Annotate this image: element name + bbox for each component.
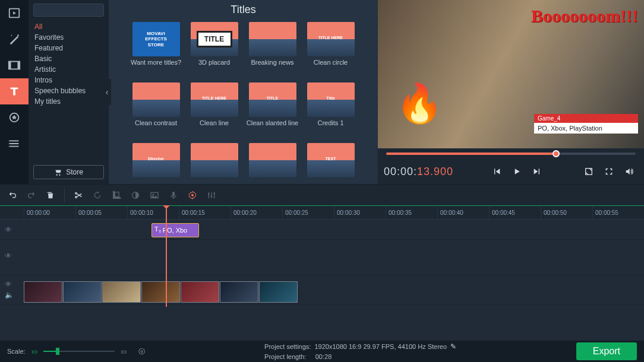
title-preset[interactable]: TITLEClean slanted line	[246, 82, 299, 135]
split-button[interactable]	[70, 187, 87, 204]
title-preset[interactable]: Director	[130, 143, 183, 184]
video-clip[interactable]	[220, 281, 258, 303]
ruler-mark: 00:00:35	[386, 206, 437, 219]
next-frame-button[interactable]	[528, 163, 546, 180]
redo-button[interactable]	[23, 187, 40, 204]
svg-point-18	[191, 194, 194, 196]
tool-stickers[interactable]	[0, 104, 29, 131]
title-preset[interactable]: MOVAVIEFFECTSSTOREWant more titles?	[130, 22, 183, 74]
title-preset[interactable]	[188, 143, 241, 184]
track-visibility-icon[interactable]: 👁	[5, 226, 12, 234]
equalizer-button[interactable]	[203, 187, 220, 204]
title-preset[interactable]: TITLE HEREClean circle	[304, 22, 358, 74]
preset-label: Want more titles?	[131, 59, 181, 74]
scale-zoom-in-icon[interactable]: ▭	[121, 348, 127, 355]
delete-button[interactable]	[42, 187, 59, 204]
ruler-mark: 00:00:45	[489, 206, 541, 219]
title-clip-icon: TT	[154, 226, 162, 234]
scale-zoom-out-icon[interactable]: ▭	[31, 348, 37, 355]
category-speech-bubbles[interactable]: Speech bubbles	[29, 85, 109, 96]
seek-knob[interactable]	[553, 150, 560, 157]
svg-point-8	[9, 143, 10, 144]
category-panel: ✕ All Favorites Featured Basic Artistic …	[29, 0, 109, 184]
color-adjust-button[interactable]	[127, 187, 144, 204]
preview-controls: 00:00:13.900	[378, 159, 644, 184]
category-intros[interactable]: Intros	[29, 75, 109, 85]
category-artistic[interactable]: Artistic	[29, 64, 109, 75]
svg-point-1	[17, 34, 19, 36]
edit-toolbar	[0, 184, 644, 205]
category-featured[interactable]: Featured	[29, 43, 109, 53]
ruler-mark: 00:00:55	[592, 206, 644, 219]
title-clip[interactable]: TT PO, Xbo	[151, 223, 199, 237]
title-preset[interactable]	[246, 143, 299, 184]
playhead[interactable]	[166, 206, 167, 307]
tool-titles[interactable]	[0, 78, 29, 104]
video-clip[interactable]	[102, 281, 141, 303]
svg-rect-17	[172, 192, 175, 196]
ruler-mark: 00:00:25	[282, 206, 334, 219]
preset-label: Clean contrast	[135, 119, 177, 135]
track-visibility-icon[interactable]: 👁	[5, 280, 12, 288]
tool-more[interactable]	[0, 131, 29, 157]
preset-label: Credits 1	[317, 119, 343, 135]
category-all[interactable]: All	[29, 21, 109, 32]
titles-gallery: ‹ Titles MOVAVIEFFECTSSTOREWant more tit…	[109, 0, 378, 184]
svg-rect-4	[9, 62, 11, 69]
search-box[interactable]: ✕	[33, 4, 104, 17]
svg-point-16	[153, 193, 154, 195]
category-my-titles[interactable]: My titles	[29, 96, 109, 107]
prev-frame-button[interactable]	[488, 163, 506, 180]
svg-point-12	[75, 192, 77, 194]
collapse-panel-button[interactable]: ‹	[103, 79, 111, 105]
title-track[interactable]: 👁 TT PO, Xbo	[0, 220, 644, 240]
ruler-mark: 00:00:30	[334, 206, 386, 219]
snapshot-button[interactable]	[580, 163, 598, 180]
svg-rect-19	[208, 193, 210, 195]
scale-slider[interactable]	[43, 349, 115, 354]
photo-button[interactable]	[146, 187, 163, 204]
fit-timeline-icon[interactable]: ⦾	[138, 347, 145, 357]
video-clip[interactable]	[24, 281, 62, 303]
title-preset[interactable]: Breaking news	[246, 22, 299, 74]
video-clip[interactable]	[259, 281, 298, 303]
export-button[interactable]: Export	[576, 342, 637, 360]
time-ruler[interactable]: 00:00:00 00:00:05 00:00:10 00:00:15 00:0…	[0, 205, 644, 220]
rotate-button[interactable]	[89, 187, 106, 204]
preview-canvas[interactable]: Booooooom!!! 🔥 Game_4 PO, Xbox, PlayStat…	[378, 0, 644, 148]
video-clip[interactable]	[141, 281, 180, 303]
category-basic[interactable]: Basic	[29, 53, 109, 64]
play-button[interactable]	[508, 163, 526, 180]
preset-label: Clean circle	[314, 59, 348, 74]
video-clip[interactable]	[63, 281, 102, 303]
fullscreen-button[interactable]	[600, 163, 618, 180]
category-favorites[interactable]: Favorites	[29, 32, 109, 43]
volume-button[interactable]	[620, 163, 638, 180]
store-button[interactable]: Store	[33, 165, 104, 179]
ruler-mark: 00:00:50	[541, 206, 592, 219]
tool-wand[interactable]	[0, 26, 29, 52]
tracks-area[interactable]: 👁 TT PO, Xbo 👁 👁 🔈	[0, 220, 644, 341]
clip-properties-button[interactable]	[184, 187, 201, 204]
mic-button[interactable]	[165, 187, 182, 204]
track-visibility-icon[interactable]: 👁	[5, 252, 12, 260]
title-preset[interactable]: TITLE3D placard	[188, 22, 241, 74]
video-track[interactable]: 👁 🔈	[0, 275, 644, 305]
undo-button[interactable]	[4, 187, 21, 204]
title-preset[interactable]: TITLE HEREClean line	[188, 82, 241, 135]
video-clip[interactable]	[181, 281, 219, 303]
preview-seek-slider[interactable]	[378, 148, 644, 159]
ruler-mark: 00:00:05	[75, 206, 127, 219]
track-mute-icon[interactable]: 🔈	[5, 291, 14, 299]
title-preset[interactable]: TEXT	[304, 143, 358, 184]
title-preset[interactable]: TitleCredits 1	[304, 82, 358, 135]
title-preset[interactable]: Clean contrast	[130, 82, 183, 135]
project-info: Project settings: 1920x1080 16:9 29.97 F…	[264, 341, 456, 362]
tool-column	[0, 0, 29, 184]
tool-filters[interactable]	[0, 52, 29, 78]
overlay-track[interactable]: 👁	[0, 240, 644, 275]
edit-settings-icon[interactable]: ✎	[450, 342, 456, 351]
preset-label: Clean line	[200, 119, 229, 135]
tool-media[interactable]	[0, 0, 29, 26]
crop-button[interactable]	[108, 187, 125, 204]
